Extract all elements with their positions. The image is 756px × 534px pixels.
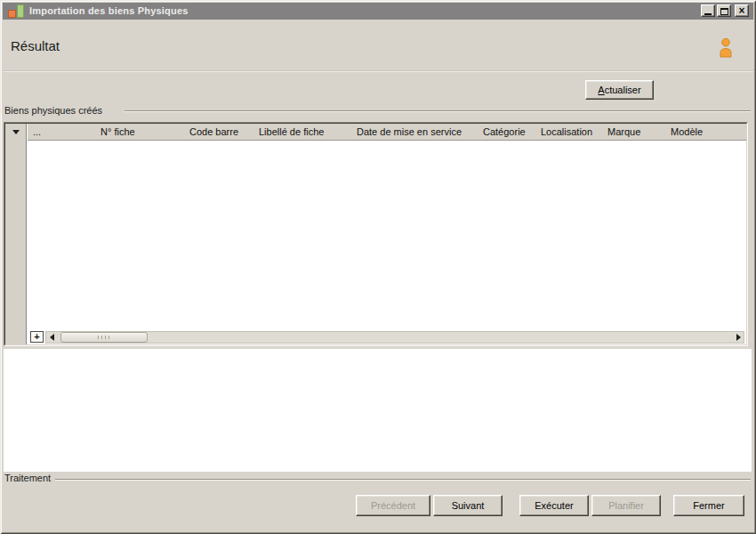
- refresh-button[interactable]: Actualiser: [585, 80, 654, 100]
- minimize-icon: [704, 13, 712, 15]
- window-title: Importation des biens Physiques: [29, 5, 189, 16]
- window-controls: ×: [701, 4, 749, 17]
- scroll-right-button[interactable]: [733, 332, 744, 343]
- scroll-right-icon: [736, 334, 741, 341]
- header-divider: [3, 70, 753, 72]
- page-title: Résultat: [11, 38, 60, 53]
- close-icon: ×: [738, 6, 744, 15]
- column-header-categorie[interactable]: Catégorie: [478, 124, 535, 140]
- app-icon: [6, 4, 28, 19]
- column-header-code-barre[interactable]: Code barre: [184, 124, 253, 140]
- status-group-line: [55, 479, 751, 481]
- execute-button[interactable]: Exécuter: [519, 495, 589, 516]
- horizontal-scrollbar[interactable]: [45, 331, 744, 344]
- refresh-button-label: ctualiser: [605, 85, 641, 95]
- previous-button[interactable]: Précédent: [356, 495, 430, 516]
- results-grid: ... N° fiche Code barre Libellé de fiche…: [4, 122, 748, 346]
- column-header-libelle[interactable]: Libellé de fiche: [253, 124, 351, 140]
- maximize-button[interactable]: [717, 4, 731, 17]
- import-physical-assets-window: Importation des biens Physiques × Résult…: [0, 0, 756, 534]
- minimize-button[interactable]: [701, 4, 715, 17]
- refresh-button-accesskey: A: [598, 85, 604, 95]
- status-group-label: Traitement: [4, 473, 51, 484]
- results-group-label: Biens physiques créés: [4, 105, 102, 117]
- scrollbar-thumb[interactable]: [60, 332, 148, 343]
- titlebar[interactable]: Importation des biens Physiques ×: [3, 3, 753, 20]
- scrollbar-grip-icon: [98, 336, 110, 339]
- close-dialog-button[interactable]: Fermer: [673, 495, 744, 516]
- person-icon: [717, 37, 735, 59]
- grid-scroll-row: +: [28, 329, 746, 344]
- close-button[interactable]: ×: [735, 4, 749, 17]
- schedule-button[interactable]: Planifier: [591, 495, 661, 516]
- log-panel: [4, 349, 752, 472]
- column-header-num-fiche[interactable]: N° fiche: [95, 124, 184, 140]
- scroll-left-icon: [50, 334, 54, 341]
- row-header-column: [5, 124, 27, 344]
- grid-body-empty: [28, 141, 746, 329]
- chevron-down-icon: [12, 130, 20, 134]
- column-header-options[interactable]: ...: [28, 124, 95, 140]
- column-header-marque[interactable]: Marque: [602, 124, 665, 140]
- scroll-left-button[interactable]: [46, 332, 57, 343]
- grid-header-row: ... N° fiche Code barre Libellé de fiche…: [28, 124, 746, 141]
- maximize-icon: [720, 8, 728, 15]
- next-button[interactable]: Suivant: [433, 495, 503, 516]
- column-selector-button[interactable]: [5, 124, 27, 141]
- results-group-line: [125, 110, 751, 112]
- column-header-date-service[interactable]: Date de mise en service: [351, 124, 478, 140]
- scrollbar-track[interactable]: [57, 332, 733, 343]
- column-header-modele[interactable]: Modèle: [665, 124, 746, 140]
- column-header-localisation[interactable]: Localisation: [535, 124, 602, 140]
- add-row-button[interactable]: +: [30, 331, 44, 343]
